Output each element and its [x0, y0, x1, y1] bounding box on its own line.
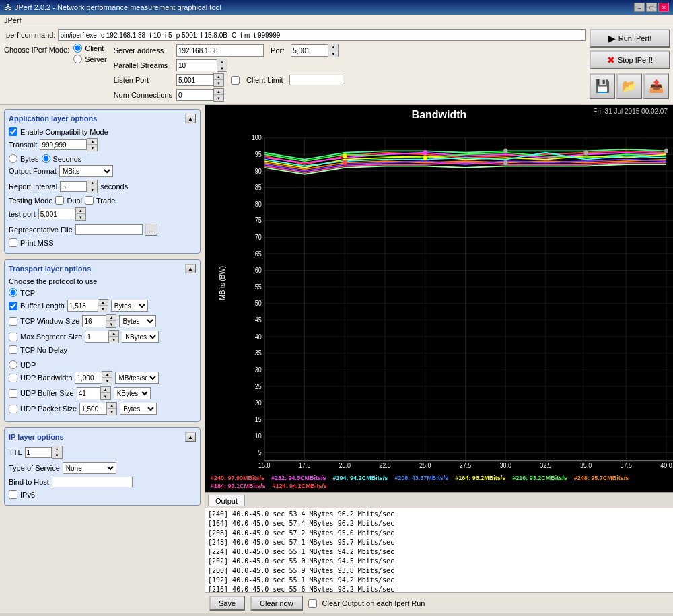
output-tab[interactable]: Output: [208, 495, 245, 506]
max-seg-input[interactable]: [85, 331, 108, 343]
clear-each-check[interactable]: [308, 599, 317, 608]
max-seg-unit-select[interactable]: KBytes: [122, 331, 159, 343]
ipv6-check[interactable]: [9, 490, 17, 499]
listen-port-up[interactable]: ▲: [214, 74, 223, 80]
udp-bw-up[interactable]: ▲: [102, 372, 112, 378]
parallel-up[interactable]: ▲: [217, 59, 227, 65]
iperf-command-input[interactable]: [58, 29, 586, 41]
print-mss-check[interactable]: [9, 238, 17, 247]
rep-file-input[interactable]: [75, 224, 143, 235]
udp-buf-input[interactable]: [77, 387, 100, 399]
udp-pkt-unit-select[interactable]: Bytes: [120, 403, 157, 415]
client-limit-input[interactable]: [289, 75, 343, 85]
win-down[interactable]: ▼: [106, 321, 116, 327]
udp-buf-check[interactable]: [9, 389, 17, 398]
menu-jperf[interactable]: JPerf: [4, 16, 22, 24]
app-layer-collapse[interactable]: ▲: [185, 114, 196, 123]
win-up[interactable]: ▲: [106, 315, 116, 321]
rep-file-browse[interactable]: ...: [145, 224, 157, 236]
tcp-nodelay-check[interactable]: [9, 345, 17, 354]
tos-select[interactable]: None: [63, 462, 116, 474]
legend-item-8: #124: 94.2CMBits/s: [273, 483, 328, 489]
trade-label: Trade: [96, 197, 115, 205]
udp-pkt-input[interactable]: [79, 403, 106, 415]
bind-host-input[interactable]: [52, 477, 133, 487]
tcp-window-check[interactable]: [9, 317, 17, 326]
transmit-up[interactable]: ▲: [87, 139, 97, 145]
dual-check[interactable]: [55, 196, 64, 205]
buffer-length-input[interactable]: [67, 300, 98, 312]
ttl-down[interactable]: ▼: [52, 452, 62, 458]
bytes-radio[interactable]: [9, 154, 17, 163]
svg-text:100: 100: [252, 133, 262, 141]
udp-pkt-check[interactable]: [9, 405, 17, 413]
run-iperf-button[interactable]: ▶ Run IPerf!: [590, 29, 670, 48]
save-output-button[interactable]: Save: [209, 596, 245, 611]
client-limit-check[interactable]: [231, 76, 240, 85]
udp-buf-down[interactable]: ▼: [101, 393, 110, 399]
maximize-button[interactable]: □: [646, 3, 657, 12]
tcp-window-input[interactable]: [82, 315, 106, 327]
buf-down[interactable]: ▼: [98, 306, 108, 312]
udp-pkt-down[interactable]: ▼: [107, 409, 116, 415]
test-port-up[interactable]: ▲: [76, 208, 85, 214]
tcp-radio[interactable]: [9, 288, 17, 297]
transmit-input[interactable]: [40, 139, 87, 150]
buffer-unit-select[interactable]: Bytes: [111, 300, 148, 312]
port-up[interactable]: ▲: [328, 44, 338, 50]
port-input[interactable]: [291, 44, 328, 57]
port-down[interactable]: ▼: [328, 50, 338, 57]
trade-check[interactable]: [85, 196, 94, 205]
listen-port-down[interactable]: ▼: [214, 80, 223, 86]
seconds-radio[interactable]: [42, 154, 50, 163]
client-radio[interactable]: [73, 44, 82, 53]
num-up[interactable]: ▲: [214, 89, 223, 95]
report-down[interactable]: ▼: [87, 186, 97, 193]
parallel-input[interactable]: [176, 59, 217, 71]
seg-down[interactable]: ▼: [109, 337, 118, 343]
test-port-input[interactable]: [38, 209, 75, 219]
ttl-input[interactable]: [25, 447, 52, 458]
clear-output-button[interactable]: Clear now: [250, 596, 303, 611]
run-icon: ▶: [608, 33, 616, 44]
udp-buf-up[interactable]: ▲: [101, 387, 110, 393]
enable-compat-check[interactable]: [9, 127, 17, 136]
output-format-select[interactable]: MBits: [59, 165, 113, 177]
udp-bw-down[interactable]: ▼: [102, 378, 112, 384]
listen-port-input[interactable]: [176, 74, 213, 86]
udp-buf-unit-select[interactable]: KBytes: [114, 387, 151, 399]
tcp-window-unit-select[interactable]: Bytes: [119, 315, 156, 327]
svg-point-64: [423, 150, 427, 155]
server-radio[interactable]: [73, 55, 82, 63]
udp-radio[interactable]: [9, 360, 17, 369]
stop-iperf-button[interactable]: ✖ Stop IPerf!: [590, 50, 670, 69]
parallel-down[interactable]: ▼: [217, 65, 227, 71]
output-line: [208] 40.0-45.0 sec 57.2 MBytes 95.0 Mbi…: [208, 528, 670, 538]
report-interval-input[interactable]: [60, 181, 87, 192]
close-button[interactable]: ✕: [658, 3, 669, 12]
transport-collapse[interactable]: ▲: [185, 264, 196, 273]
server-address-input[interactable]: [176, 44, 264, 57]
udp-bw-unit-select[interactable]: MB/tes/sec: [115, 372, 159, 384]
server-address-label: Server address: [114, 46, 172, 55]
num-down[interactable]: ▼: [214, 95, 223, 101]
buf-up[interactable]: ▲: [98, 300, 108, 306]
ttl-up[interactable]: ▲: [52, 446, 62, 452]
output-text[interactable]: [240] 40.0-45.0 sec 53.4 MBytes 96.2 Mbi…: [205, 508, 673, 592]
minimize-button[interactable]: –: [634, 3, 645, 12]
save-button[interactable]: 💾: [590, 73, 615, 99]
transmit-down[interactable]: ▼: [87, 145, 97, 151]
ip-layer-collapse[interactable]: ▲: [185, 432, 196, 442]
load-button[interactable]: 📂: [616, 73, 642, 99]
svg-text:45: 45: [255, 316, 262, 324]
num-connections-input[interactable]: [176, 89, 213, 101]
udp-bw-check[interactable]: [9, 374, 17, 382]
test-port-down[interactable]: ▼: [76, 214, 85, 220]
export-button[interactable]: 📤: [643, 73, 669, 99]
max-seg-check[interactable]: [9, 333, 17, 341]
buffer-length-check[interactable]: [9, 302, 17, 310]
udp-pkt-up[interactable]: ▲: [107, 403, 116, 409]
report-up[interactable]: ▲: [87, 180, 97, 186]
seg-up[interactable]: ▲: [109, 331, 118, 337]
udp-bw-input[interactable]: [75, 372, 102, 384]
